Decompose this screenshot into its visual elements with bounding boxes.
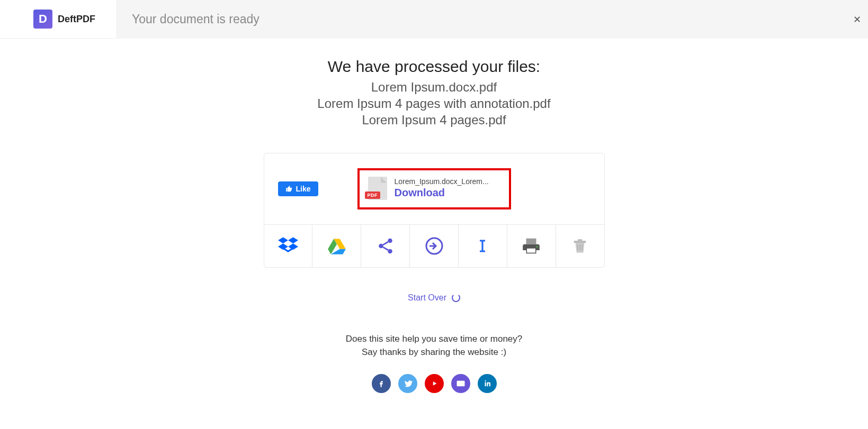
svg-point-0 bbox=[388, 238, 392, 243]
save-to-dropbox-button[interactable] bbox=[264, 225, 313, 267]
processed-heading: We have processed your files: bbox=[0, 58, 868, 76]
svg-point-2 bbox=[388, 249, 392, 253]
rename-button[interactable] bbox=[459, 225, 507, 267]
share-linkedin-button[interactable] bbox=[478, 374, 497, 393]
thanks-block: Does this site help you save time or mon… bbox=[0, 332, 868, 359]
twitter-icon bbox=[403, 379, 413, 388]
share-youtube-button[interactable] bbox=[425, 374, 444, 393]
brand-logo[interactable]: D DeftPDF bbox=[0, 0, 117, 39]
thanks-line1: Does this site help you save time or mon… bbox=[0, 332, 868, 346]
processed-file: Lorem Ipsum.docx.pdf bbox=[0, 79, 868, 95]
brand-logo-icon: D bbox=[33, 10, 52, 29]
export-button[interactable] bbox=[410, 225, 459, 267]
processed-file: Lorem Ipsum 4 pages.pdf bbox=[0, 112, 868, 128]
delete-button[interactable] bbox=[556, 225, 604, 267]
card-top-row: Like PDF Lorem_Ipsum.docx_Lorem... Downl… bbox=[264, 153, 604, 224]
like-label: Like bbox=[296, 185, 311, 193]
trash-icon bbox=[570, 236, 590, 256]
share-email-button[interactable] bbox=[451, 374, 470, 393]
header-bar: Your document is ready ✕ bbox=[117, 0, 868, 39]
page-title: Your document is ready bbox=[132, 12, 259, 26]
pdf-file-icon: PDF bbox=[368, 177, 387, 200]
printer-icon bbox=[521, 236, 541, 256]
dropbox-icon bbox=[278, 236, 298, 256]
thumb-up-icon bbox=[285, 185, 293, 193]
start-over-button[interactable]: Start Over bbox=[408, 293, 460, 303]
thanks-line2: Say thanks by sharing the website :) bbox=[0, 345, 868, 359]
share-button[interactable] bbox=[361, 225, 410, 267]
download-filename: Lorem_Ipsum.docx_Lorem... bbox=[395, 177, 500, 186]
close-button[interactable]: ✕ bbox=[853, 15, 861, 24]
share-twitter-button[interactable] bbox=[398, 374, 417, 393]
action-row bbox=[264, 224, 604, 267]
linkedin-icon bbox=[482, 379, 492, 388]
facebook-like-button[interactable]: Like bbox=[278, 181, 318, 196]
download-card: Like PDF Lorem_Ipsum.docx_Lorem... Downl… bbox=[264, 153, 605, 268]
refresh-icon bbox=[452, 294, 460, 302]
download-label: Download bbox=[395, 187, 500, 199]
share-icon bbox=[375, 236, 396, 256]
google-drive-icon bbox=[327, 236, 347, 256]
text-cursor-icon bbox=[472, 236, 493, 256]
download-texts: Lorem_Ipsum.docx_Lorem... Download bbox=[395, 177, 500, 199]
close-icon: ✕ bbox=[853, 14, 861, 25]
svg-point-1 bbox=[379, 243, 383, 248]
brand-name: DeftPDF bbox=[58, 14, 95, 25]
start-over-label: Start Over bbox=[408, 293, 446, 303]
print-button[interactable] bbox=[507, 225, 556, 267]
social-row bbox=[0, 374, 868, 393]
email-icon bbox=[456, 379, 466, 388]
svg-point-4 bbox=[536, 246, 538, 248]
download-button[interactable]: PDF Lorem_Ipsum.docx_Lorem... Download bbox=[357, 168, 511, 209]
main-content: We have processed your files: Lorem Ipsu… bbox=[0, 39, 868, 393]
share-facebook-button[interactable] bbox=[372, 374, 391, 393]
save-to-google-drive-button[interactable] bbox=[312, 225, 361, 267]
like-wrap: Like bbox=[278, 181, 357, 196]
start-over-row: Start Over bbox=[0, 293, 868, 303]
top-bar: D DeftPDF Your document is ready ✕ bbox=[0, 0, 868, 39]
processed-file: Lorem Ipsum 4 pages with annotation.pdf bbox=[0, 95, 868, 112]
arrow-circle-right-icon bbox=[424, 236, 444, 256]
pdf-badge: PDF bbox=[365, 191, 381, 199]
youtube-play-icon bbox=[429, 379, 439, 388]
facebook-icon bbox=[377, 379, 386, 388]
processed-file-list: Lorem Ipsum.docx.pdf Lorem Ipsum 4 pages… bbox=[0, 79, 868, 129]
